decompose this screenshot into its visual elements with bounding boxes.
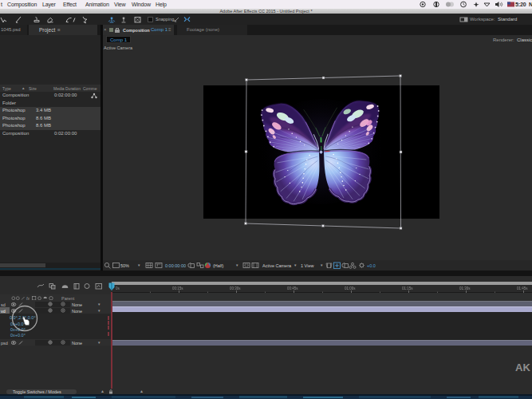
svg-text:fx: fx xyxy=(26,296,30,301)
